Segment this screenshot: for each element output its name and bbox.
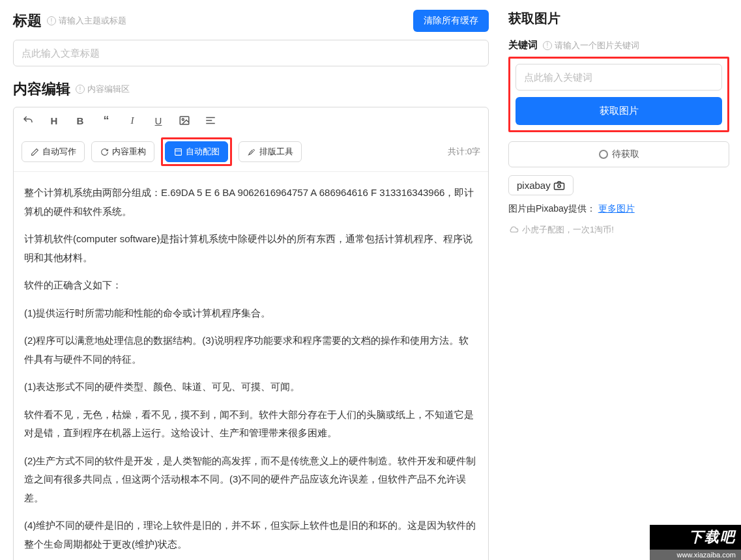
paragraph: (2)生产方式不同的软件是开发，是人类智能的高发挥，而不是传统意义上的硬件制造。…: [24, 452, 478, 508]
image-icon[interactable]: [178, 114, 191, 127]
content-label: 内容编辑: [13, 79, 70, 99]
quote-icon[interactable]: “: [100, 114, 113, 127]
info-icon: !: [543, 41, 552, 50]
paragraph: (1)表达形式不同的硬件类型、颜色、味道、可见、可摸、可闻。: [24, 378, 478, 397]
keyword-input[interactable]: [516, 64, 722, 91]
clear-cache-button[interactable]: 清除所有缓存: [413, 10, 489, 32]
title-header: 标题 ! 请输入主题或标题 清除所有缓存: [13, 10, 489, 32]
watermark-url: www.xiazaiba.com: [650, 550, 741, 560]
heading-icon[interactable]: H: [48, 114, 61, 127]
paragraph: 软件的正确含义如下：: [24, 276, 478, 295]
svg-rect-5: [175, 148, 181, 155]
paragraph: (2)程序可以满意地处理信息的数据结构。(3)说明程序功能要求和程序需要的文档的…: [24, 331, 478, 369]
svg-rect-7: [554, 183, 564, 189]
fetch-image-button[interactable]: 获取图片: [516, 97, 722, 125]
info-icon: !: [76, 85, 85, 94]
refresh-icon: [100, 147, 109, 156]
layout-tool-button[interactable]: 排版工具: [239, 141, 302, 162]
auto-write-button[interactable]: 自动写作: [22, 141, 85, 162]
content-header: 内容编辑 ! 内容编辑区: [13, 79, 489, 99]
more-images-link[interactable]: 更多图片: [598, 203, 635, 214]
title-label: 标题: [13, 11, 42, 31]
info-icon: !: [47, 16, 56, 25]
circle-icon: [599, 150, 608, 159]
pending-badge: 待获取: [508, 141, 729, 167]
layout-icon: [173, 147, 182, 156]
undo-icon[interactable]: [22, 114, 35, 127]
editor-toolbar: H B “ I U 自动写作: [14, 107, 488, 172]
auto-image-highlight: 自动配图: [161, 137, 232, 166]
pixabay-badge[interactable]: pixabay: [508, 175, 574, 195]
paragraph: 整个计算机系统由两部分组成：E.69DA 5 E 6 BA 9062616964…: [24, 184, 478, 221]
watermark: 下载吧 www.xiazaiba.com: [650, 525, 741, 560]
keyword-label-row: 关键词 ! 请输入一个图片关键词: [508, 39, 729, 51]
tool-icon: [247, 147, 256, 156]
word-count: 共计:0字: [448, 146, 480, 158]
sidebar-panel: 获取图片 关键词 ! 请输入一个图片关键词 获取图片 待获取 pixabay 图…: [502, 0, 741, 560]
svg-point-8: [557, 184, 560, 188]
title-hint: ! 请输入主题或标题: [47, 15, 126, 27]
svg-point-1: [182, 119, 184, 120]
main-panel: 标题 ! 请输入主题或标题 清除所有缓存 内容编辑 ! 内容编辑区 H B: [0, 0, 502, 560]
cloud-icon: [508, 226, 519, 234]
restructure-button[interactable]: 内容重构: [91, 141, 154, 162]
bold-icon[interactable]: B: [74, 114, 87, 127]
paragraph: 软件看不见，无色，枯燥，看不见，摸不到，闻不到。软件大部分存在于人们的头脑或纸上…: [24, 406, 478, 443]
credit-line: 图片由Pixabay提供： 更多图片: [508, 203, 729, 215]
editor-box: H B “ I U 自动写作: [13, 107, 489, 560]
paragraph: (1)提供运行时所需功能和性能的命令或计算机程序集合。: [24, 304, 478, 323]
italic-icon[interactable]: I: [126, 114, 139, 127]
sidebar-title: 获取图片: [508, 10, 729, 27]
underline-icon[interactable]: U: [152, 114, 165, 127]
keyword-hint: ! 请输入一个图片关键词: [543, 40, 639, 51]
pencil-icon: [30, 147, 39, 156]
camera-icon: [553, 181, 565, 190]
keyword-highlight: 获取图片: [508, 57, 729, 132]
watermark-text: 下载吧: [650, 525, 741, 550]
align-icon[interactable]: [204, 114, 217, 127]
paragraph: 计算机软件(computer software)是指计算机系统中除硬件以外的所有…: [24, 230, 478, 267]
keyword-label: 关键词: [508, 39, 538, 51]
tip-line: 小虎子配图，一次1淘币!: [508, 224, 729, 236]
content-hint: ! 内容编辑区: [76, 83, 130, 95]
auto-image-button[interactable]: 自动配图: [165, 141, 228, 162]
editor-content[interactable]: 整个计算机系统由两部分组成：E.69DA 5 E 6 BA 9062616964…: [14, 172, 488, 560]
title-input[interactable]: [13, 40, 489, 66]
paragraph: (4)维护不同的硬件是旧的，理论上软件是旧的，并不坏，但实际上软件也是旧的和坏的…: [24, 516, 478, 553]
